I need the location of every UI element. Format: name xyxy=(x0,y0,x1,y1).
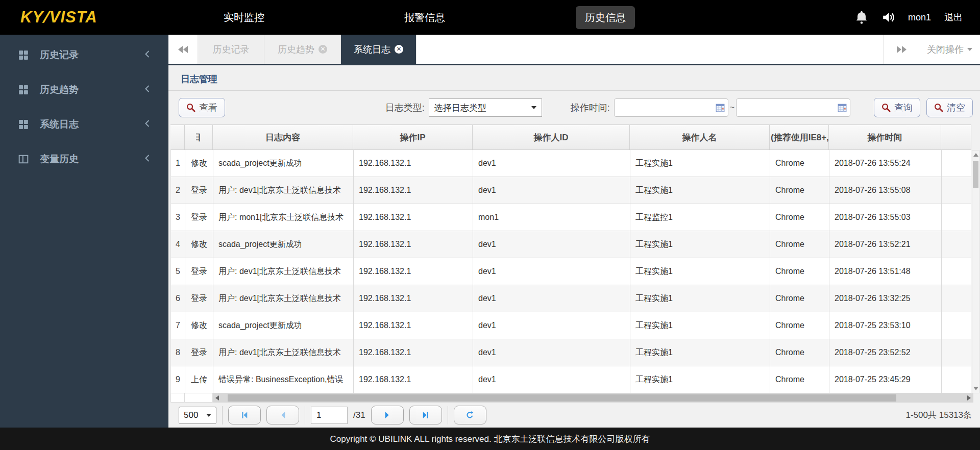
tab-system-logs[interactable]: 系统日志 ✕ xyxy=(341,35,416,64)
cell-operation-ip: 192.168.132.1 xyxy=(354,231,473,258)
prev-page-button[interactable] xyxy=(266,406,299,424)
table-body: 1 修改 scada_project更新成功 192.168.132.1 dev… xyxy=(170,150,971,393)
nav-item-history[interactable]: 历史信息 xyxy=(576,6,635,29)
cell-log-content: 用户: dev1[北京东土泛联信息技术 xyxy=(213,258,354,285)
app-logo: KY/VISTA xyxy=(0,8,153,27)
table-row[interactable]: 5 登录 用户: dev1[北京东土泛联信息技术 192.168.132.1 d… xyxy=(171,258,971,285)
log-type-selected-value: 选择日志类型 xyxy=(434,102,486,114)
grid-icon xyxy=(18,85,29,95)
col-header-browser[interactable]: (推荐使用IE8+, xyxy=(770,125,829,149)
tabs-scroll-left-button[interactable] xyxy=(168,35,198,64)
log-type-label: 日志类型: xyxy=(385,102,425,114)
cell-operation-time: 2018-07-26 13:55:03 xyxy=(829,204,942,231)
cell-operator-id: dev1 xyxy=(473,366,630,393)
horizontal-scroll-track[interactable] xyxy=(213,393,973,403)
col-header-log-type[interactable]: 日 xyxy=(185,125,213,149)
cell-log-content: scada_project更新成功 xyxy=(213,150,354,177)
sidebar-item-variable-history[interactable]: 变量历史 xyxy=(0,148,168,170)
view-button[interactable]: 查看 xyxy=(179,98,225,117)
cell-operator-id: dev1 xyxy=(473,285,630,312)
vertical-scrollbar[interactable] xyxy=(971,124,980,393)
cell-log-type: 登录 xyxy=(185,177,213,204)
scroll-down-icon[interactable] xyxy=(973,387,978,390)
cell-operation-ip: 192.168.132.1 xyxy=(354,366,473,393)
logout-button[interactable]: 退出 xyxy=(944,11,963,23)
table-row[interactable]: 8 登录 用户: dev1[北京东土泛联信息技术 192.168.132.1 d… xyxy=(171,339,971,366)
log-type-select[interactable]: 选择日志类型 xyxy=(429,98,542,117)
tab-history-trends[interactable]: 历史趋势 ✕ xyxy=(264,35,341,64)
operation-time-label: 操作时间: xyxy=(571,102,610,114)
table-row[interactable]: 2 登录 用户: dev1[北京东土泛联信息技术 192.168.132.1 d… xyxy=(171,177,971,204)
table-row[interactable]: 3 登录 用户: mon1[北京东土泛联信息技术 192.168.132.1 m… xyxy=(171,204,971,231)
col-header-operator-name[interactable]: 操作人名 xyxy=(630,125,770,149)
scroll-up-icon[interactable] xyxy=(973,153,978,157)
nav-item-alarms[interactable]: 报警信息 xyxy=(395,6,454,29)
cell-operation-ip: 192.168.132.1 xyxy=(354,312,473,339)
close-icon[interactable]: ✕ xyxy=(318,45,327,54)
col-header-operation-ip[interactable]: 操作IP xyxy=(353,125,473,149)
clear-button[interactable]: 清空 xyxy=(926,98,973,117)
col-header-operation-time[interactable]: 操作时间 xyxy=(829,125,941,149)
time-to-input[interactable] xyxy=(736,98,850,117)
rewind-icon xyxy=(177,45,189,54)
col-header-log-content[interactable]: 日志内容 xyxy=(213,125,353,149)
first-page-button[interactable] xyxy=(228,406,261,424)
cell-operation-time: 2018-07-26 13:52:21 xyxy=(829,231,942,258)
content-area: 历史记录 历史趋势 ✕ 系统日志 ✕ 关闭操作 xyxy=(168,35,980,428)
page-number-input[interactable] xyxy=(311,407,348,424)
cell-operator-id: dev1 xyxy=(473,339,630,366)
chevron-left-icon xyxy=(144,119,150,130)
sidebar-item-history-records[interactable]: 历史记录 xyxy=(0,44,168,66)
col-header-operator-id[interactable]: 操作人ID xyxy=(473,125,630,149)
cell-operator-id: dev1 xyxy=(473,231,630,258)
chevron-left-icon xyxy=(144,50,150,60)
cell-filler xyxy=(942,312,971,339)
tab-history-records[interactable]: 历史记录 xyxy=(198,35,264,64)
scroll-right-icon[interactable] xyxy=(967,395,971,401)
cell-log-type: 上传 xyxy=(185,366,213,393)
cell-filler xyxy=(942,366,971,393)
cell-operation-time: 2018-07-25 23:53:10 xyxy=(829,312,942,339)
magnifier-icon xyxy=(186,103,195,112)
cell-operator-name: 工程实施1 xyxy=(630,312,770,339)
refresh-button[interactable] xyxy=(454,406,486,424)
speaker-icon[interactable] xyxy=(881,11,895,24)
cell-operator-name: 工程实施1 xyxy=(630,177,770,204)
cell-log-type: 修改 xyxy=(185,312,213,339)
sidebar-item-label: 历史记录 xyxy=(40,48,144,62)
sidebar-item-history-trends[interactable]: 历史趋势 xyxy=(0,79,168,101)
last-page-button[interactable] xyxy=(409,406,442,424)
calendar-icon xyxy=(838,103,847,112)
close-icon[interactable]: ✕ xyxy=(395,45,403,54)
tabs-scroll-right-button[interactable] xyxy=(883,35,919,64)
time-from-input[interactable] xyxy=(614,98,728,117)
query-button[interactable]: 查询 xyxy=(874,98,920,117)
table-row[interactable]: 7 修改 scada_project更新成功 192.168.132.1 dev… xyxy=(171,312,971,339)
table-row[interactable]: 9 上传 错误异常: BusinessException,错误 192.168.… xyxy=(171,366,971,393)
cell-operation-time: 2018-07-26 13:55:08 xyxy=(829,177,942,204)
filter-toolbar: 查看 日志类型: 选择日志类型 操作时间: ~ xyxy=(168,91,980,124)
next-page-button[interactable] xyxy=(371,406,404,424)
bell-icon[interactable] xyxy=(855,10,868,24)
sidebar-item-system-logs[interactable]: 系统日志 xyxy=(0,113,168,136)
cell-rownum: 8 xyxy=(171,339,185,366)
table-row[interactable]: 1 修改 scada_project更新成功 192.168.132.1 dev… xyxy=(171,150,971,177)
app-window: KY/VISTA 实时监控 报警信息 历史信息 mon1 退出 历史记录 xyxy=(0,0,980,450)
cell-operation-ip: 192.168.132.1 xyxy=(354,339,473,366)
tab-bar: 历史记录 历史趋势 ✕ 系统日志 ✕ 关闭操作 xyxy=(168,35,980,65)
table-row[interactable]: 6 登录 用户: dev1[北京东土泛联信息技术 192.168.132.1 d… xyxy=(171,285,971,312)
nav-item-realtime[interactable]: 实时监控 xyxy=(214,6,274,29)
table-header-row: 日 日志内容 操作IP 操作人ID 操作人名 (推荐使用IE8+, 操作时间 xyxy=(170,124,971,150)
table-row[interactable]: 4 修改 scada_project更新成功 192.168.132.1 dev… xyxy=(171,231,971,258)
first-page-icon xyxy=(240,411,249,419)
cell-log-content: 用户: dev1[北京东土泛联信息技术 xyxy=(213,285,354,312)
vertical-scroll-thumb[interactable] xyxy=(973,161,978,188)
scroll-left-icon[interactable] xyxy=(215,395,219,401)
horizontal-scrollbar[interactable] xyxy=(170,393,973,403)
log-table: 日 日志内容 操作IP 操作人ID 操作人名 (推荐使用IE8+, 操作时间 1… xyxy=(168,124,980,393)
horizontal-scroll-thumb[interactable] xyxy=(228,394,896,402)
close-operations-dropdown[interactable]: 关闭操作 xyxy=(919,35,980,64)
cell-log-type: 登录 xyxy=(185,339,213,366)
page-size-select[interactable]: 500 xyxy=(179,407,216,424)
col-header-rownum[interactable] xyxy=(170,125,185,149)
